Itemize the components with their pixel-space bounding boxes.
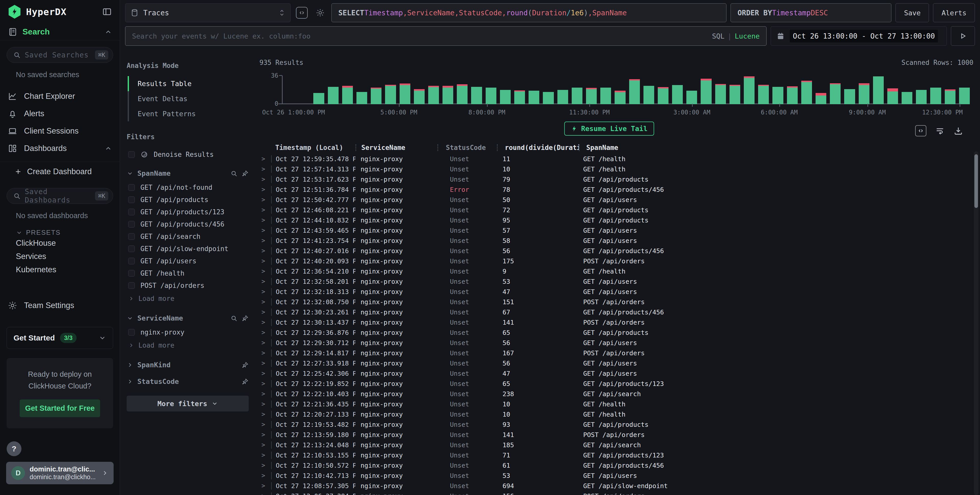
checkbox[interactable] xyxy=(128,184,135,191)
row-expander[interactable]: > xyxy=(259,288,271,295)
table-row[interactable]: >Oct 27 12:29:30.712 PMnginx-proxyUnset5… xyxy=(259,337,974,348)
table-row[interactable]: >Oct 27 12:21:36.435 PMnginx-proxyUnset1… xyxy=(259,399,974,409)
row-expander[interactable]: > xyxy=(259,227,271,234)
create-dashboard-button[interactable]: Create Dashboard xyxy=(0,162,120,181)
checkbox[interactable] xyxy=(128,270,135,277)
row-expander[interactable]: > xyxy=(259,206,271,213)
row-expander[interactable]: > xyxy=(259,380,271,387)
row-expander[interactable]: > xyxy=(259,452,271,459)
checkbox[interactable] xyxy=(128,209,135,215)
saved-dashboards-input[interactable]: Saved Dashboards ⌘K xyxy=(6,188,113,204)
load-more-services[interactable]: Load more xyxy=(127,338,249,352)
histogram-bar[interactable] xyxy=(730,76,740,104)
filter-group-spankind[interactable]: SpanKind xyxy=(127,361,249,369)
analysis-mode-event-deltas[interactable]: Event Deltas xyxy=(128,91,249,106)
chevron-up-icon[interactable] xyxy=(105,145,112,152)
help-button[interactable]: ? xyxy=(6,441,21,456)
histogram-bar[interactable] xyxy=(859,76,869,104)
histogram-bar[interactable] xyxy=(701,76,711,104)
histogram-bar[interactable] xyxy=(500,76,511,104)
sql-mode-button[interactable] xyxy=(295,6,309,20)
histogram-bar[interactable] xyxy=(528,76,539,104)
filter-group-spanname[interactable]: SpanName xyxy=(127,169,249,177)
histogram-bar[interactable] xyxy=(399,76,410,104)
language-toggle[interactable]: SQL|Lucene xyxy=(712,32,760,40)
table-row[interactable]: >Oct 27 12:30:23.261 PMnginx-proxyUnset6… xyxy=(259,307,974,317)
row-expander[interactable]: > xyxy=(259,431,271,438)
pin-icon[interactable] xyxy=(242,170,249,177)
row-expander[interactable]: > xyxy=(259,482,271,489)
filter-option[interactable]: GET /api/not-found xyxy=(127,181,249,194)
histogram-bar[interactable] xyxy=(442,76,453,104)
table-row[interactable]: >Oct 27 12:13:24.048 PMnginx-proxyUnset1… xyxy=(259,440,974,450)
query-settings-button[interactable] xyxy=(313,6,327,20)
orderby-input[interactable]: ORDER BY Timestamp DESC xyxy=(730,3,891,22)
filter-group-servicename[interactable]: ServiceName xyxy=(127,314,249,322)
filter-group-statuscode[interactable]: StatusCode xyxy=(127,377,249,385)
sidebar-item-dashboards[interactable]: Dashboards xyxy=(0,140,120,157)
search-icon[interactable] xyxy=(230,170,237,177)
denoise-results-toggle[interactable]: Denoise Results xyxy=(127,148,249,161)
histogram-bar[interactable] xyxy=(629,76,640,104)
sidebar-item-search[interactable]: Search xyxy=(0,24,120,40)
filter-option[interactable]: GET /api/products/456 xyxy=(127,218,249,231)
sidebar-item-chart-explorer[interactable]: Chart Explorer xyxy=(0,88,120,105)
alerts-button[interactable]: Alerts xyxy=(933,3,975,22)
vertical-scrollbar[interactable] xyxy=(974,151,978,495)
table-row[interactable]: >Oct 27 12:41:23.754 PMnginx-proxyUnset5… xyxy=(259,236,974,246)
get-started-toggle[interactable]: Get Started 3/3 xyxy=(6,327,113,349)
filter-option[interactable]: GET /api/slow-endpoint xyxy=(127,243,249,255)
table-row[interactable]: >Oct 27 12:40:20.093 PMnginx-proxyUnset1… xyxy=(259,256,974,266)
histogram-bar[interactable] xyxy=(758,76,769,104)
checkbox[interactable] xyxy=(128,196,135,203)
histogram-bar[interactable] xyxy=(514,76,525,104)
column-statuscode[interactable]: StatusCode xyxy=(438,144,497,151)
table-row[interactable]: >Oct 27 12:30:13.437 PMnginx-proxyUnset1… xyxy=(259,317,974,328)
row-expander[interactable]: > xyxy=(259,441,271,449)
table-row[interactable]: >Oct 27 12:32:08.750 PMnginx-proxyUnset1… xyxy=(259,297,974,307)
sidebar-item-client-sessions[interactable]: Client Sessions xyxy=(0,123,120,140)
row-expander[interactable]: > xyxy=(259,309,271,316)
collapse-sidebar-icon[interactable] xyxy=(102,6,112,17)
event-search-input[interactable]: Search your events w/ Lucene ex. column:… xyxy=(125,26,767,46)
histogram-bar[interactable] xyxy=(342,76,353,104)
table-row[interactable]: >Oct 27 12:10:42.713 PMnginx-proxyUnset5… xyxy=(259,471,974,481)
select-query-input[interactable]: SELECT Timestamp,ServiceName,StatusCode,… xyxy=(331,3,727,22)
preset-kubernetes[interactable]: Kubernetes xyxy=(16,263,120,276)
table-row[interactable]: >Oct 27 12:27:33.918 PMnginx-proxyUnset5… xyxy=(259,358,974,368)
histogram-bar[interactable] xyxy=(873,76,884,104)
histogram-bar[interactable] xyxy=(486,76,496,104)
histogram-bar[interactable] xyxy=(930,76,941,104)
table-row[interactable]: >Oct 27 12:20:27.133 PMnginx-proxyUnset1… xyxy=(259,409,974,419)
row-expander[interactable]: > xyxy=(259,298,271,306)
histogram-bar[interactable] xyxy=(428,76,439,104)
row-expander[interactable]: > xyxy=(259,492,271,495)
histogram-bar[interactable] xyxy=(959,76,970,104)
scrollbar-thumb[interactable] xyxy=(974,154,978,208)
histogram-bar[interactable] xyxy=(543,76,554,104)
table-row[interactable]: >Oct 27 12:10:53.155 PMnginx-proxyUnset7… xyxy=(259,450,974,460)
search-icon[interactable] xyxy=(230,315,237,322)
wrap-text-icon[interactable] xyxy=(935,126,945,135)
row-expander[interactable]: > xyxy=(259,390,271,398)
histogram-bar[interactable] xyxy=(787,76,798,104)
run-query-button[interactable] xyxy=(951,26,975,46)
histogram-bar[interactable] xyxy=(643,76,654,104)
row-expander[interactable]: > xyxy=(259,421,271,428)
chevron-up-icon[interactable] xyxy=(105,28,112,36)
checkbox[interactable] xyxy=(128,258,135,264)
table-row[interactable]: >Oct 27 12:32:18.313 PMnginx-proxyUnset4… xyxy=(259,286,974,297)
histogram-bar[interactable] xyxy=(313,76,324,104)
checkbox[interactable] xyxy=(128,221,135,228)
histogram-bar[interactable] xyxy=(471,76,482,104)
view-source-icon[interactable] xyxy=(915,125,926,136)
table-row[interactable]: >Oct 27 12:32:58.201 PMnginx-proxyUnset5… xyxy=(259,276,974,286)
column-timestamp[interactable]: Timestamp (Local) xyxy=(271,144,355,151)
histogram-bar[interactable] xyxy=(328,76,339,104)
analysis-mode-results-table[interactable]: Results Table xyxy=(128,76,249,91)
histogram-bar[interactable] xyxy=(285,76,296,104)
row-expander[interactable]: > xyxy=(259,339,271,346)
saved-searches-input[interactable]: Saved Searches ⌘K xyxy=(6,47,113,63)
histogram-bar[interactable] xyxy=(715,76,726,104)
language-lucene[interactable]: Lucene xyxy=(735,32,760,40)
